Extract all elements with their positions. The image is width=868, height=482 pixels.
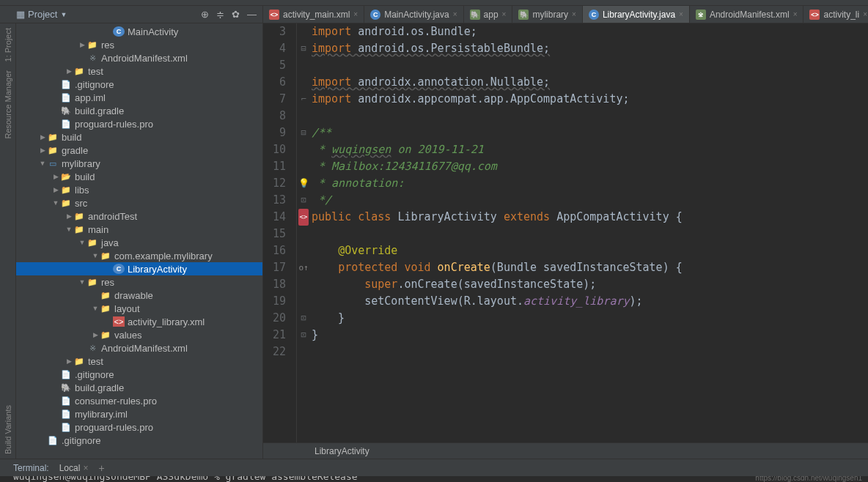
tree-arrow-icon[interactable]: ▶ — [91, 331, 100, 338]
tree-label: mylibrary — [62, 158, 100, 169]
tree-item[interactable]: 📄proguard-rules.pro — [16, 420, 262, 434]
tree-item[interactable]: ▼📁layout — [16, 302, 262, 315]
folder-icon: 📁 — [87, 277, 98, 287]
tree-arrow-icon[interactable]: ▼ — [65, 226, 73, 233]
project-tree[interactable]: CMainActivity▶📁res※AndroidManifest.xml▶📁… — [16, 23, 263, 459]
tree-arrow-icon[interactable]: ▶ — [51, 186, 60, 193]
minimize-icon[interactable]: — — [247, 9, 257, 20]
tree-arrow-icon[interactable]: ▶ — [51, 173, 60, 180]
gutter-project[interactable]: 1: Project — [4, 23, 12, 66]
file-icon: 📄 — [60, 409, 72, 419]
close-icon[interactable]: × — [863, 10, 867, 18]
tree-arrow-icon[interactable]: ▶ — [38, 133, 47, 141]
tree-label: androidTest — [88, 211, 137, 222]
tree-item[interactable]: CLibraryActivity — [16, 262, 262, 275]
app_tab[interactable]: 🐘app× — [464, 6, 513, 23]
tree-item[interactable]: ▼📁java — [16, 236, 262, 249]
folder-icon: 📁 — [73, 224, 85, 234]
tree-arrow-icon[interactable]: ▶ — [65, 212, 73, 220]
tree-item[interactable]: ▶📁test — [16, 355, 262, 368]
terminal-add-button[interactable]: + — [98, 462, 104, 474]
close-icon[interactable]: × — [679, 10, 683, 18]
code-text[interactable]: import android.os.Bundle;import android.… — [310, 23, 683, 442]
gutter-resource-mgr[interactable]: Resource Manager — [4, 66, 12, 144]
close-icon[interactable]: × — [353, 10, 358, 18]
tree-label: mylibrary.iml — [75, 409, 128, 420]
tree-item[interactable]: ▶📁res — [16, 38, 262, 51]
close-icon[interactable]: × — [793, 10, 798, 18]
tree-item[interactable]: ▶📁test — [16, 64, 262, 78]
close-icon[interactable]: × — [83, 463, 88, 473]
mod-icon: ▭ — [47, 158, 59, 168]
editor-breadcrumb[interactable]: LibraryActivity — [263, 442, 868, 459]
file-icon: 📄 — [60, 396, 72, 406]
tree-item[interactable]: ▶📁libs — [16, 183, 262, 196]
close-icon[interactable]: × — [502, 10, 507, 18]
project-dropdown[interactable]: ▦ Project ▼ — [16, 9, 67, 20]
tree-item[interactable]: ▼📁src — [16, 196, 262, 210]
library_activity_tab[interactable]: CLibraryActivity.java× — [583, 6, 690, 23]
tree-arrow-icon[interactable]: ▼ — [51, 199, 60, 207]
fold-gutter[interactable]: ⊟⌐⊟💡⊡<>ο↑⊡⊡ — [297, 23, 310, 442]
chevron-down-icon: ▼ — [60, 11, 67, 18]
tree-item[interactable]: 📄.gitignore — [16, 78, 262, 91]
tree-item[interactable]: ▼📁com.example.mylibrary — [16, 249, 262, 262]
tree-arrow-icon[interactable]: ▼ — [91, 305, 100, 312]
tree-item[interactable]: ▼▭mylibrary — [16, 157, 262, 170]
tree-item[interactable]: 📄proguard-rules.pro — [16, 117, 262, 130]
collapse-icon[interactable]: ≑ — [216, 9, 224, 20]
tree-item[interactable]: <>activity_library.xml — [16, 315, 262, 328]
tab-label: activity_li — [823, 10, 859, 20]
gutter-build-variants[interactable]: Build Variants — [4, 401, 12, 459]
tree-item[interactable]: ▶📁values — [16, 328, 262, 341]
close-icon[interactable]: × — [453, 10, 457, 18]
tree-arrow-icon[interactable]: ▶ — [78, 41, 87, 48]
tree-arrow-icon[interactable]: ▶ — [38, 147, 47, 154]
tree-arrow-icon[interactable]: ▼ — [78, 278, 87, 286]
tree-label: drawable — [114, 290, 153, 301]
tree-item[interactable]: 📄consumer-rules.pro — [16, 394, 262, 407]
close-icon[interactable]: × — [572, 10, 576, 18]
tree-item[interactable]: ▼📁res — [16, 275, 262, 289]
tree-item[interactable]: 🐘build.gradle — [16, 104, 262, 117]
tree-arrow-icon[interactable]: ▼ — [78, 239, 87, 246]
tree-label: AndroidManifest.xml — [101, 343, 188, 354]
file-icon: 📄 — [60, 422, 72, 432]
activity_lib_tab[interactable]: <>activity_li× — [803, 6, 868, 23]
tabs-row: ▦ Project ▼ ⊕ ≑ ✿ — <>activity_main.xml×… — [0, 6, 868, 23]
tree-arrow-icon[interactable]: ▼ — [91, 252, 100, 259]
tree-label: AndroidManifest.xml — [101, 53, 188, 64]
gear-icon[interactable]: ✿ — [232, 9, 240, 20]
tree-arrow-icon[interactable]: ▶ — [65, 67, 73, 75]
tree-item[interactable]: 📄mylibrary.iml — [16, 407, 262, 420]
terminal-content[interactable]: wuqingsen@wuqingsondeMBP ASSdkDemo % gra… — [0, 476, 868, 482]
tree-arrow-icon[interactable]: ▼ — [38, 160, 47, 167]
locate-icon[interactable]: ⊕ — [201, 9, 209, 20]
tree-label: LibraryActivity — [128, 264, 187, 275]
tree-label: .gitignore — [75, 369, 114, 380]
folder-icon: 📁 — [47, 132, 59, 142]
tree-arrow-icon[interactable]: ▶ — [65, 357, 73, 365]
activity_main_tab[interactable]: <>activity_main.xml× — [263, 6, 364, 23]
tree-item[interactable]: 📄.gitignore — [16, 434, 262, 447]
tree-item[interactable]: ▶📂build — [16, 170, 262, 183]
tree-item[interactable]: 📁drawable — [16, 289, 262, 302]
tree-item[interactable]: CMainActivity — [16, 25, 262, 38]
tree-item[interactable]: ▼📁main — [16, 223, 262, 236]
tree-item[interactable]: 📄.gitignore — [16, 368, 262, 381]
tree-label: res — [101, 40, 114, 51]
tree-item[interactable]: ▶📁build — [16, 130, 262, 144]
code-area[interactable]: 345678910111213141516171819202122 ⊟⌐⊟💡⊡<… — [263, 23, 868, 442]
manifest_tab[interactable]: ※AndroidManifest.xml× — [690, 6, 804, 23]
mylibrary_tab[interactable]: 🐘mylibrary× — [512, 6, 583, 23]
tree-item[interactable]: 🐘build.gradle — [16, 381, 262, 394]
tab-label: MainActivity.java — [384, 10, 449, 20]
terminal-tab-local[interactable]: Local × — [59, 463, 89, 473]
tree-item[interactable]: ▶📁androidTest — [16, 210, 262, 223]
tree-item[interactable]: 📄app.iml — [16, 91, 262, 104]
main_activity_tab[interactable]: CMainActivity.java× — [364, 6, 463, 23]
tree-item[interactable]: ※AndroidManifest.xml — [16, 341, 262, 355]
tree-item[interactable]: ※AndroidManifest.xml — [16, 51, 262, 64]
tree-label: MainActivity — [128, 26, 178, 37]
tree-item[interactable]: ▶📁gradle — [16, 144, 262, 157]
